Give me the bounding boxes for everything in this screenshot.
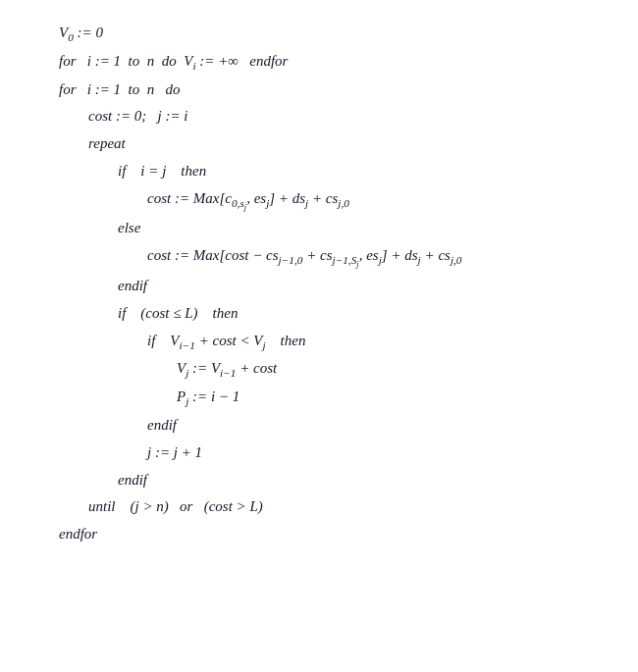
line-else: else [118,215,599,242]
algorithm-block: V0 := 0 for i := 1 to n do Vi := +∞ endf… [59,20,599,548]
line-vj-assign: Vj := Vi−1 + cost [177,355,599,384]
line-if-cost: if (cost ≤ L) then [118,300,599,328]
line-if-vi: if Vi−1 + cost < Vj then [147,328,599,356]
line-endif2: endif [147,412,599,439]
line-endif1: endif [118,273,599,300]
line-cost-init: cost := 0; j := i [88,103,599,130]
line-v0: V0 := 0 [59,20,599,48]
line-if-i-eq-j: if i = j then [118,158,599,185]
line-repeat: repeat [88,130,599,158]
line-cost-if: cost := Max[c0,sj, esj] + dsj + csj,0 [147,185,599,216]
line-pj-assign: Pj := i − 1 [177,384,599,412]
line-until: until (j > n) or (cost > L) [88,493,599,521]
line-cost-else: cost := Max[cost − csj−1,0 + csj−1,Sj, e… [147,242,599,273]
line-j-incr: j := j + 1 [147,439,599,467]
line-endif3: endif [118,467,599,494]
line-for1: for i := 1 to n do Vi := +∞ endfor [59,48,599,77]
line-endfor: endfor [59,521,599,548]
line-for2: for i := 1 to n do [59,77,599,104]
